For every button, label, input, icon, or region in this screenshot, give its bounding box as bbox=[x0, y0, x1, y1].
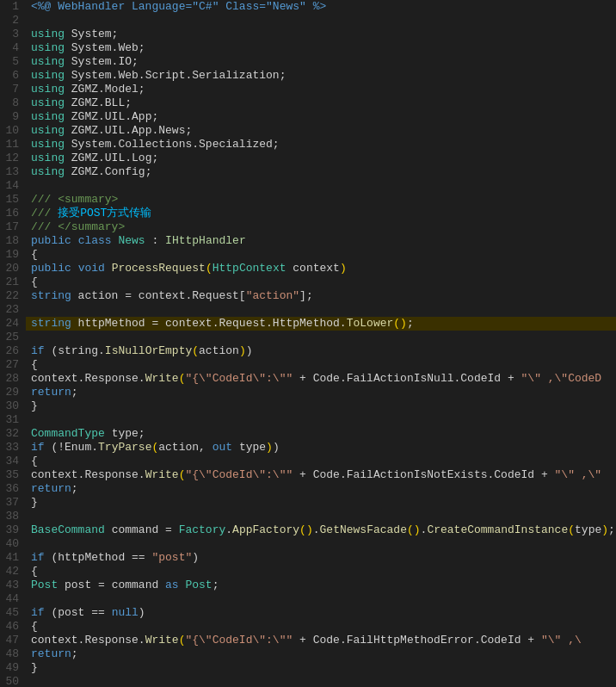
code-line: 9using ZGMZ.UIL.App; bbox=[0, 110, 616, 124]
token: ProcessRequest bbox=[112, 262, 206, 275]
code-line: 46 { bbox=[0, 620, 616, 634]
token: System.IO; bbox=[65, 55, 139, 68]
token: post = command bbox=[58, 579, 165, 591]
line-content: return; bbox=[26, 386, 616, 399]
line-number: 32 bbox=[0, 427, 26, 441]
code-line: 1<%@ WebHandler Language="C#" Class="New… bbox=[0, 0, 616, 14]
line-number: 20 bbox=[0, 262, 26, 275]
line-number: 15 bbox=[0, 193, 26, 207]
line-number: 22 bbox=[0, 289, 26, 303]
line-content bbox=[26, 14, 616, 28]
line-content: BaseCommand command = Factory.AppFactory… bbox=[26, 523, 616, 537]
token: "action" bbox=[246, 289, 299, 302]
line-content: public class News : IHttpHandler bbox=[26, 234, 616, 248]
code-line: 49 } bbox=[0, 661, 616, 675]
line-content: context.Response.Write("{\"CodeId\":\"" … bbox=[26, 634, 616, 647]
token: Post bbox=[31, 579, 58, 591]
line-content: using System.Web.Script.Serialization; bbox=[26, 69, 616, 83]
line-number: 29 bbox=[0, 386, 26, 399]
token: GetNewsFacade bbox=[320, 523, 407, 536]
line-number: 25 bbox=[0, 331, 26, 344]
line-content: using System.Collections.Specialized; bbox=[26, 138, 616, 152]
token: ( bbox=[192, 344, 199, 357]
token: command = bbox=[105, 523, 179, 536]
token: /// bbox=[31, 207, 58, 220]
code-line: 14 bbox=[0, 179, 616, 193]
line-content: } bbox=[26, 496, 616, 510]
code-line: 19{ bbox=[0, 248, 616, 262]
line-number: 44 bbox=[0, 592, 26, 606]
token: /// </summary> bbox=[31, 220, 125, 233]
token: "post" bbox=[151, 551, 192, 564]
token: ]; bbox=[299, 289, 313, 302]
token: ) bbox=[266, 441, 273, 454]
token: using bbox=[31, 96, 65, 109]
token: "{\"CodeId\":\"" bbox=[185, 372, 293, 385]
token: { bbox=[31, 275, 38, 288]
code-line: 48 return; bbox=[0, 647, 616, 661]
token: (!Enum. bbox=[45, 441, 98, 454]
line-number: 19 bbox=[0, 248, 26, 262]
token: action bbox=[199, 344, 239, 357]
token: <%@ WebHandler Language="C#" Class="News… bbox=[31, 0, 326, 13]
code-line: 10using ZGMZ.UIL.App.News; bbox=[0, 124, 616, 138]
token: System.Web; bbox=[65, 41, 145, 54]
token: /// <summary> bbox=[31, 193, 118, 206]
line-content: if (string.IsNullOrEmpty(action)) bbox=[26, 344, 616, 358]
token: ZGMZ.UIL.App.News; bbox=[65, 124, 192, 137]
token bbox=[71, 234, 78, 247]
token: Write bbox=[145, 468, 179, 481]
code-line: 4using System.Web; bbox=[0, 41, 616, 55]
token: ZGMZ.UIL.Log; bbox=[65, 152, 158, 164]
line-number: 26 bbox=[0, 344, 26, 358]
line-content: /// </summary> bbox=[26, 220, 616, 234]
token: ) bbox=[306, 523, 313, 536]
token: using bbox=[31, 110, 65, 123]
token: public bbox=[31, 234, 71, 247]
line-content bbox=[26, 510, 616, 523]
line-number: 35 bbox=[0, 468, 26, 482]
line-number: 50 bbox=[0, 675, 26, 687]
code-line: 21 { bbox=[0, 275, 616, 289]
code-line: 5using System.IO; bbox=[0, 55, 616, 69]
token: context.Response. bbox=[31, 468, 145, 481]
line-number: 41 bbox=[0, 551, 26, 565]
line-number: 3 bbox=[0, 28, 26, 41]
line-number: 6 bbox=[0, 69, 26, 83]
token: class bbox=[78, 234, 112, 247]
token: type; bbox=[105, 427, 145, 440]
token: IsNullOrEmpty bbox=[105, 344, 192, 357]
line-number: 27 bbox=[0, 358, 26, 372]
line-content: using ZGMZ.UIL.App.News; bbox=[26, 124, 616, 138]
code-line: 18public class News : IHttpHandler bbox=[0, 234, 616, 248]
token: ) bbox=[192, 551, 199, 564]
token: } bbox=[31, 496, 38, 509]
token: ( bbox=[299, 523, 306, 536]
code-line: 15/// <summary> bbox=[0, 193, 616, 207]
code-line: 31 bbox=[0, 413, 616, 427]
token: type bbox=[232, 441, 266, 454]
token: string bbox=[31, 317, 71, 330]
token: ) bbox=[400, 317, 407, 330]
token: (post == bbox=[45, 606, 112, 619]
token: ) bbox=[601, 523, 608, 536]
token: CommandType bbox=[31, 427, 105, 440]
line-content bbox=[26, 675, 616, 687]
line-content bbox=[26, 179, 616, 193]
token: . bbox=[313, 523, 320, 536]
line-content bbox=[26, 537, 616, 551]
token: ) bbox=[414, 523, 421, 536]
line-content: using ZGMZ.BLL; bbox=[26, 96, 616, 110]
token: ( bbox=[206, 262, 213, 275]
code-line: 16/// 接受POST方式传输 bbox=[0, 207, 616, 220]
token: ) bbox=[139, 606, 145, 619]
token: ; bbox=[608, 523, 615, 536]
line-content: using ZGMZ.Config; bbox=[26, 165, 616, 179]
line-number: 16 bbox=[0, 207, 26, 220]
token: { bbox=[31, 248, 38, 261]
token: void bbox=[78, 262, 105, 275]
code-line: 12using ZGMZ.UIL.Log; bbox=[0, 152, 616, 165]
token: (httpMethod == bbox=[45, 551, 152, 564]
code-line: 3using System; bbox=[0, 28, 616, 41]
token: using bbox=[31, 28, 65, 40]
